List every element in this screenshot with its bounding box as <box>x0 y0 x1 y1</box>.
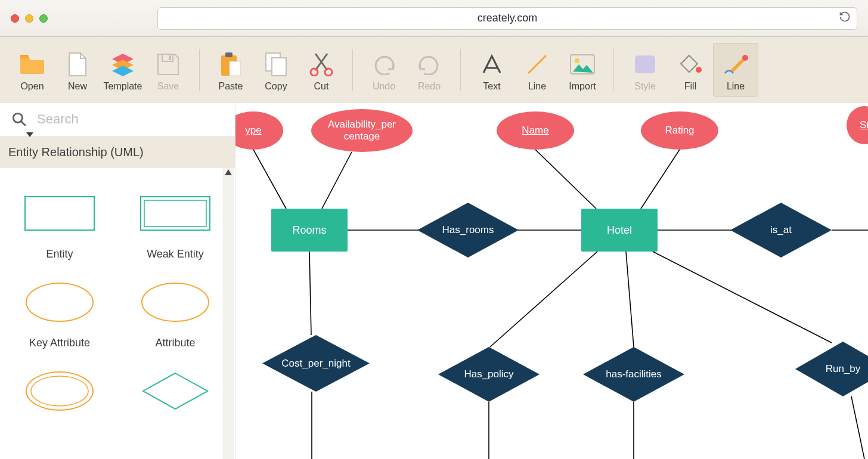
reload-icon[interactable] <box>839 11 851 26</box>
maximize-window-button[interactable] <box>39 14 48 23</box>
dropdown-caret-icon[interactable] <box>26 132 33 137</box>
window-controls <box>11 14 48 23</box>
line-style-button[interactable]: Line <box>713 43 758 97</box>
undo-button[interactable]: Undo <box>361 43 407 97</box>
copy-icon <box>263 51 289 77</box>
shape-entity[interactable]: Entity <box>5 190 114 260</box>
shape-multi-attribute[interactable] <box>5 367 114 426</box>
shape-key-attribute[interactable]: Key Attribute <box>5 278 114 349</box>
svg-rect-12 <box>635 55 655 73</box>
close-window-button[interactable] <box>11 14 19 23</box>
redo-label: Redo <box>418 81 441 92</box>
minimize-window-button[interactable] <box>25 14 33 23</box>
save-icon <box>155 51 181 77</box>
toolbar-separator <box>460 49 461 91</box>
shape-label: Key Attribute <box>29 337 90 349</box>
svg-point-13 <box>696 67 702 73</box>
relationship-has_policy[interactable]: Has_policy <box>438 347 540 402</box>
style-button[interactable]: Style <box>622 43 668 97</box>
style-icon <box>632 51 658 77</box>
address-url: creately.com <box>478 12 538 24</box>
svg-point-11 <box>575 58 579 63</box>
template-button[interactable]: Template <box>100 43 145 97</box>
svg-line-33 <box>490 252 597 347</box>
search-input[interactable] <box>37 111 228 127</box>
svg-line-16 <box>21 121 26 126</box>
cut-label: Cut <box>314 81 329 92</box>
svg-point-20 <box>26 283 93 321</box>
search-icon[interactable] <box>7 111 31 127</box>
line-tool-button[interactable]: Line <box>514 43 560 97</box>
new-button[interactable]: New <box>55 43 100 97</box>
toolbar-separator <box>613 49 614 91</box>
entity-hotel[interactable]: Hotel <box>581 209 658 252</box>
relationship-is_at[interactable]: is_at <box>730 203 832 258</box>
copy-button[interactable]: Copy <box>253 43 299 97</box>
toolbar-separator <box>199 49 200 91</box>
svg-point-8 <box>325 69 332 76</box>
svg-point-15 <box>13 113 22 122</box>
attribute-type[interactable]: ype <box>235 111 283 150</box>
svg-line-29 <box>641 150 680 209</box>
svg-point-23 <box>31 376 88 406</box>
attribute-st[interactable]: St <box>847 106 868 144</box>
address-bar[interactable]: creately.com <box>157 7 857 30</box>
relationship-cost[interactable]: Cost_per_night <box>262 335 370 392</box>
text-label: Text <box>483 81 500 92</box>
shape-label: Weak Entity <box>147 248 204 260</box>
svg-point-22 <box>26 372 93 410</box>
shape-palette: Entity Weak Entity Key Attribute Attribu… <box>0 168 235 432</box>
undo-label: Undo <box>373 81 395 92</box>
attribute-avail[interactable]: Availability_per centage <box>311 109 413 152</box>
cut-icon <box>308 51 334 77</box>
diagram-canvas[interactable]: RoomsHotelypeAvailability_per centageNam… <box>235 103 868 459</box>
main-area: Entity Relationship (UML) Entity Weak En… <box>0 103 868 459</box>
relationship-has_rooms[interactable]: Has_rooms <box>417 203 519 258</box>
svg-line-34 <box>626 252 634 347</box>
svg-point-7 <box>311 69 318 76</box>
redo-icon <box>416 51 442 77</box>
svg-line-25 <box>322 152 352 209</box>
relationship-run_by[interactable]: Run_by <box>795 342 868 396</box>
svg-line-24 <box>253 150 286 209</box>
text-button[interactable]: Text <box>469 43 514 97</box>
svg-rect-6 <box>272 58 286 76</box>
fill-button[interactable]: Fill <box>668 43 713 97</box>
open-label: Open <box>20 81 44 92</box>
fill-label: Fill <box>684 81 696 92</box>
text-icon <box>479 51 505 77</box>
cut-button[interactable]: Cut <box>299 43 344 97</box>
shape-label: Entity <box>46 248 73 260</box>
entity-rooms[interactable]: Rooms <box>271 209 348 252</box>
save-button[interactable]: Save <box>145 43 191 97</box>
paste-icon <box>218 51 244 77</box>
fill-icon <box>677 51 703 77</box>
line-tool-label: Line <box>528 81 546 92</box>
svg-line-28 <box>535 150 596 209</box>
svg-line-32 <box>309 252 311 335</box>
svg-line-39 <box>851 396 864 459</box>
shape-relationship[interactable] <box>120 367 230 426</box>
shape-attribute[interactable]: Attribute <box>120 278 230 349</box>
import-icon <box>569 51 596 77</box>
svg-rect-17 <box>25 197 94 230</box>
scroll-up-icon[interactable] <box>225 169 232 175</box>
library-title-text: Entity Relationship (UML) <box>8 145 144 159</box>
open-button[interactable]: Open <box>10 43 55 97</box>
paste-button[interactable]: Paste <box>208 43 253 97</box>
attribute-rating[interactable]: Rating <box>641 111 718 150</box>
paste-label: Paste <box>219 81 243 92</box>
svg-line-9 <box>528 55 546 73</box>
library-title[interactable]: Entity Relationship (UML) <box>0 136 235 168</box>
line-style-label: Line <box>727 81 745 92</box>
relationship-has_fac[interactable]: has-facilities <box>583 347 684 402</box>
svg-rect-4 <box>230 61 240 76</box>
toolbar: Open New Template Save Paste <box>0 37 868 103</box>
svg-rect-1 <box>169 55 171 60</box>
scrollbar[interactable] <box>223 168 234 459</box>
import-button[interactable]: Import <box>560 43 605 97</box>
shape-weak-entity[interactable]: Weak Entity <box>120 190 230 260</box>
redo-button[interactable]: Redo <box>407 43 452 97</box>
copy-label: Copy <box>265 81 287 92</box>
attribute-name[interactable]: Name <box>497 111 574 150</box>
